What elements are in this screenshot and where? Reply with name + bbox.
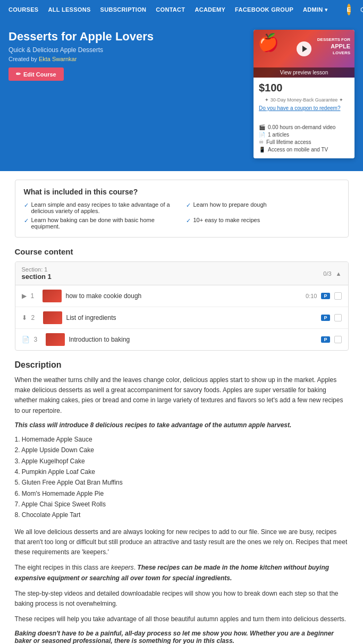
list-item: 8. Chocolate Apple Tart [15,510,349,520]
list-item: 📄1 articles [259,132,349,138]
recipe-list: 1. Homemade Apple Sauce 2. Apple Upside … [15,434,349,521]
mobile-icon: 📱 [259,147,265,152]
lesson-check-3[interactable] [334,336,342,343]
logout-icon: ⬡ [360,6,363,13]
article-icon: 📄 [259,132,265,138]
lesson-thumb-2 [43,311,62,324]
included-item-3: ✓ 10+ easy to make recipes [186,217,340,230]
p-badge-3: P [321,336,330,343]
description-heading: Description [15,360,349,370]
check-icon-0: ✓ [24,202,29,209]
lesson-row-1: ▶ 1 how to make cookie dough 0:10 P [15,285,348,307]
course-section-box: Section: 1 section 1 0/3 ▲ ▶ 1 how to ma… [15,261,349,351]
course-purchase-card: 🍎 DESSERTS FOR APPLE LOVERS View preview… [254,30,354,158]
user-avatar: E [347,4,351,15]
hero-section: Desserts for Apple Lovers Quick & Delici… [0,19,363,171]
lesson-title-1[interactable]: how to make cookie dough [66,292,302,300]
section-label: Section: 1 [22,266,52,273]
desc-paragraph-0: When the weather turns chilly and the le… [15,375,349,416]
included-title: What is included in this course? [24,188,340,196]
check-icon-2: ✓ [186,202,191,209]
lesson-title-2[interactable]: List of ingredients [66,314,313,321]
list-item: 4. Pumpkin Apple Loaf Cake [15,467,349,477]
preview-play-button[interactable] [297,41,311,56]
included-item-1: ✓ Learn how baking can be done with basi… [24,217,178,230]
lesson-title-3[interactable]: Introduction to baking [69,336,313,343]
course-content-heading: Course content [15,247,349,256]
lesson-thumb-1 [43,290,62,302]
lesson-check-1[interactable] [334,292,342,300]
nav-facebook-group[interactable]: Facebook Group [235,6,293,13]
included-item-0: ✓ Learn simple and easy recipes to take … [24,201,178,214]
nav-contact[interactable]: Contact [156,6,185,13]
nav-all-lessons[interactable]: All Lessons [48,6,91,13]
list-item: 2. Apple Upside Down Cake [15,445,349,455]
nav-courses[interactable]: Courses [9,6,39,13]
lesson-num-1: 1 [31,292,38,300]
check-icon-1: ✓ [24,217,29,224]
list-item: 📱Access on mobile and TV [259,147,349,152]
course-title: Desserts for Apple Lovers [9,30,245,44]
list-item: 1. Homemade Apple Sauce [15,434,349,445]
view-preview-link[interactable]: View preview lesson [254,67,354,78]
video-icon: 🎬 [259,124,265,130]
section-progress: 0/3 ▲ [323,270,341,277]
list-item: 6. Mom's Homemade Apple Pie [15,488,349,499]
desc-paragraph-3: The eight recipes in this class are keep… [15,563,349,583]
course-price: $100 [259,82,349,94]
lesson-row-3: 📄 3 Introduction to baking P [15,329,348,350]
doc-icon: 📄 [22,336,30,343]
course-author-label: Created by Ekta Swarnkar [9,56,245,62]
lesson-num-3: 3 [34,336,41,343]
p-badge-2: P [321,315,330,321]
lesson-duration-1: 0:10 [306,293,317,299]
desc-paragraph-6: These recipes will help you take advanta… [15,614,349,624]
collapse-icon[interactable]: ▲ [336,270,342,277]
list-item: ♾Full lifetime access [259,139,349,145]
nav-academy[interactable]: Academy [195,6,225,13]
lesson-row-2: ⬇ 2 List of ingredients P [15,307,348,329]
desc-paragraph-7: Baking doesn't have to be a painful, all… [15,630,349,644]
coupon-link[interactable]: Do you have a coupon to redeem? [259,105,349,111]
main-content: What is included in this course? ✓ Learn… [6,171,357,644]
course-subtitle: Quick & Delicious Apple Desserts [9,46,245,54]
p-badge-1: P [321,293,330,299]
desc-paragraph-2: We all love delicious desserts and are a… [15,527,349,558]
list-item: 7. Apple Chai Spice Sweet Rolls [15,499,349,510]
check-icon-3: ✓ [186,217,191,224]
lesson-thumb-3 [46,333,65,346]
list-item: 🎬0.00 hours on-demand video [259,124,349,130]
nav-subscription[interactable]: Subscription [100,6,147,13]
infinity-icon: ♾ [259,139,264,145]
author-link[interactable]: Ekta Swarnkar [39,56,77,62]
edit-course-button[interactable]: ✏ Edit Course [9,67,64,81]
desc-italic-intro: This class will introduce 8 delicious re… [15,421,349,429]
money-back-guarantee: ✦ 30-Day Money-Back Guarantee ✦ [259,97,349,103]
included-box: What is included in this course? ✓ Learn… [15,180,349,238]
logout-button[interactable]: ⬡ Logout [360,6,363,13]
section-name: section 1 [22,273,52,281]
pencil-icon: ✏ [16,71,21,78]
list-item: 3. Apple Kugelhopf Cake [15,456,349,467]
play-icon: ▶ [22,292,27,300]
download-icon: ⬇ [22,314,27,321]
desc-paragraph-5: The step-by-step videos and detailed dow… [15,589,349,609]
includes-title: This course includes [259,115,349,122]
nav-admin[interactable]: Admin ▾ [303,6,328,13]
lesson-num-2: 2 [31,314,39,321]
description-section: Description When the weather turns chill… [15,360,349,644]
includes-list: 🎬0.00 hours on-demand video 📄1 articles … [259,124,349,152]
card-image-title: DESSERTS FOR APPLE LOVERS [313,34,354,59]
navbar: Courses All Lessons Subscription Contact… [0,0,363,19]
included-grid: ✓ Learn simple and easy recipes to take … [24,201,340,230]
lesson-check-2[interactable] [334,314,342,321]
apple-decoration: 🍎 [258,32,279,53]
section-header: Section: 1 section 1 0/3 ▲ [15,262,348,285]
included-item-2: ✓ Learn how to prepare dough [186,201,340,214]
list-item: 5. Gluten Free Apple Oat Bran Muffins [15,477,349,488]
course-card-image: 🍎 DESSERTS FOR APPLE LOVERS View preview… [254,30,354,78]
